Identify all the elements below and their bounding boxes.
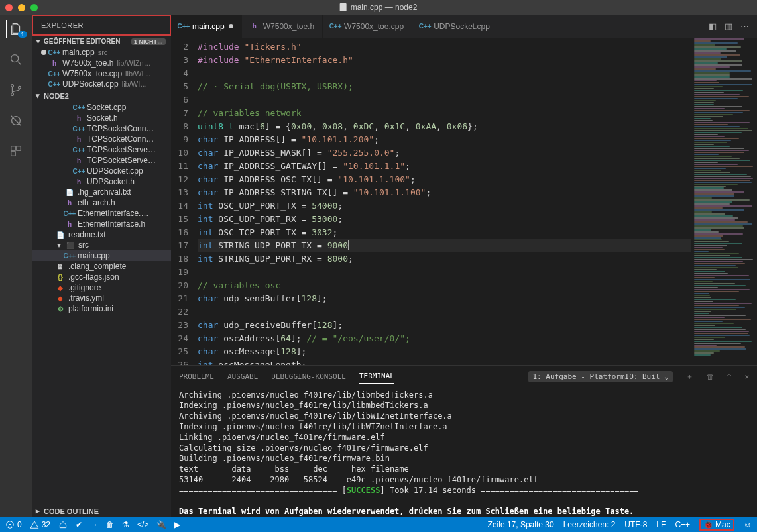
file-name: Socket.h (87, 113, 118, 123)
window-titlebar: main.cpp — node2 (0, 0, 757, 15)
close-panel-icon[interactable]: ✕ (744, 372, 749, 381)
status-eol[interactable]: LF (656, 520, 666, 529)
editor-tab[interactable]: C++UDPSocket.cpp (412, 15, 498, 38)
pio-term-icon[interactable]: 🔌 (156, 520, 166, 529)
file-icon: h (65, 219, 74, 229)
maximize-window-button[interactable] (30, 4, 38, 11)
code-area[interactable]: #include "Tickers.h"#include "EthernetIn… (198, 40, 691, 365)
new-terminal-icon[interactable]: ＋ (686, 372, 693, 382)
open-editor-item[interactable]: hW7500x_toe.hlib/WIZn… (32, 58, 171, 68)
file-icon: C++ (50, 80, 59, 89)
status-warnings[interactable]: 32 (30, 520, 50, 529)
minimize-window-button[interactable] (18, 4, 25, 11)
panel-tabs: PROBLEME AUSGABE DEBUGGING-KONSOLE TERMI… (171, 366, 757, 387)
file-item[interactable]: C++TCPSocketServe… (32, 144, 171, 155)
status-lang[interactable]: C++ (675, 520, 690, 529)
file-item[interactable]: hUDPSocket.h (32, 176, 171, 187)
open-editors-header[interactable]: ▾GEÖFFNETE EDITOREN 1 NICHT… (32, 36, 171, 47)
pio-clean-icon[interactable]: 🗑 (106, 520, 114, 529)
file-item[interactable]: ◆.gitignore (32, 282, 171, 293)
file-item[interactable]: heth_arch.h (32, 197, 171, 208)
open-editor-item[interactable]: C++main.cppsrc (32, 47, 171, 58)
debug-activity[interactable] (7, 111, 25, 130)
svg-point-1 (11, 85, 14, 87)
file-item[interactable]: 📄readme.txt (32, 229, 171, 240)
document-icon (340, 3, 347, 11)
terminal-selector[interactable]: 1: Aufgabe - PlatformIO: Buil ⌄ (528, 371, 672, 382)
panel-tab-problems[interactable]: PROBLEME (179, 370, 214, 384)
explorer-badge: 1 (18, 31, 27, 38)
window-controls[interactable] (0, 4, 38, 11)
editor-tab[interactable]: C++W7500x_toe.cpp (323, 15, 412, 38)
file-path: src (98, 48, 108, 56)
home-icon (58, 520, 68, 529)
svg-point-0 (11, 55, 19, 62)
pio-upload-icon[interactable]: → (90, 520, 98, 529)
file-item[interactable]: 📄.hg_archival.txt (32, 187, 171, 197)
file-name: TCPSocketServe… (87, 145, 156, 154)
pio-home-icon[interactable] (58, 520, 68, 529)
file-icon: h (74, 156, 84, 165)
editor-tab[interactable]: hW7500x_toe.h (242, 15, 323, 38)
open-editor-item[interactable]: C++W7500x_toe.cpplib/WI… (32, 68, 171, 79)
minimap[interactable] (691, 38, 757, 365)
modified-dot (229, 24, 233, 28)
file-icon: C++ (74, 166, 84, 176)
code-editor[interactable]: 2345678910111213141516171819202122232425… (171, 38, 691, 365)
file-item[interactable]: hTCPSocketConn… (32, 134, 171, 144)
search-activity[interactable] (7, 50, 25, 69)
panel-tab-terminal[interactable]: TERMINAL (359, 369, 394, 384)
file-icon: C++ (331, 22, 340, 31)
file-item[interactable]: ⚙platformio.ini (32, 303, 171, 314)
file-item[interactable]: {}.gcc-flags.json (32, 272, 171, 282)
status-feedback-icon[interactable]: ☺ (744, 520, 752, 529)
status-errors[interactable]: 0 (5, 520, 22, 529)
pio-newterm-icon[interactable]: ▶_ (174, 520, 185, 529)
file-icon: h (250, 22, 259, 31)
status-mac[interactable]: 🐞Mac (699, 519, 734, 531)
file-item[interactable]: hSocket.h (32, 113, 171, 123)
pio-build-icon[interactable]: ✔ (76, 520, 82, 529)
file-item[interactable]: C++Socket.cpp (32, 102, 171, 113)
file-item[interactable]: hEthernetInterface.h (32, 219, 171, 229)
file-name: .gitignore (68, 283, 101, 292)
open-editor-item[interactable]: C++UDPSocket.cpplib/WI… (32, 79, 171, 89)
status-spaces[interactable]: Leerzeichen: 2 (563, 520, 616, 529)
file-icon: h (50, 58, 59, 68)
pio-serial-icon[interactable]: </> (137, 520, 148, 529)
file-item[interactable]: hTCPSocketServe… (32, 155, 171, 166)
terminal-output[interactable]: Archiving .pioenvs/nucleo_f401re/lib/lib… (171, 387, 757, 517)
code-outline-header[interactable]: ▸CODE OUTLINE (32, 505, 171, 517)
file-name: UDPSocket.h (87, 177, 135, 186)
scm-activity[interactable] (7, 81, 25, 99)
layout-icon[interactable]: ▥ (725, 21, 732, 31)
more-icon[interactable]: ⋯ (740, 21, 749, 31)
file-name: .clang_complete (68, 262, 126, 271)
file-item[interactable]: ◆.travis.yml (32, 293, 171, 303)
file-name: W7500x_toe.cpp (62, 69, 122, 78)
status-cursor[interactable]: Zeile 17, Spalte 30 (488, 520, 554, 529)
extensions-activity[interactable] (7, 142, 25, 160)
folder-item[interactable]: ▾⬛src (32, 240, 171, 250)
status-encoding[interactable]: UTF-8 (624, 520, 647, 529)
file-item[interactable]: C++main.cpp (32, 250, 171, 261)
kill-terminal-icon[interactable]: 🗑 (707, 372, 714, 381)
maximize-panel-icon[interactable]: ^ (727, 372, 732, 381)
file-name: W7500x_toe.h (62, 58, 113, 68)
file-icon: 📄 (65, 187, 74, 197)
split-editor-icon[interactable]: ◧ (709, 21, 717, 31)
file-item[interactable]: 🗎.clang_complete (32, 261, 171, 272)
project-header[interactable]: ▾NODE2 (32, 89, 171, 102)
close-window-button[interactable] (5, 4, 13, 11)
file-item[interactable]: C++EthernetInterface.… (32, 208, 171, 219)
explorer-activity[interactable]: 1 (6, 20, 25, 38)
panel-tab-debug[interactable]: DEBUGGING-KONSOLE (271, 370, 346, 384)
editor-tab[interactable]: C++main.cpp (171, 15, 242, 38)
file-name: eth_arch.h (78, 198, 115, 207)
panel-tab-output[interactable]: AUSGABE (227, 370, 258, 384)
file-item[interactable]: C++TCPSocketConn… (32, 123, 171, 134)
file-item[interactable]: C++UDPSocket.cpp (32, 166, 171, 176)
pio-test-icon[interactable]: ⚗ (122, 520, 129, 529)
file-icon: C++ (50, 48, 59, 57)
file-icon: C++ (179, 22, 188, 31)
